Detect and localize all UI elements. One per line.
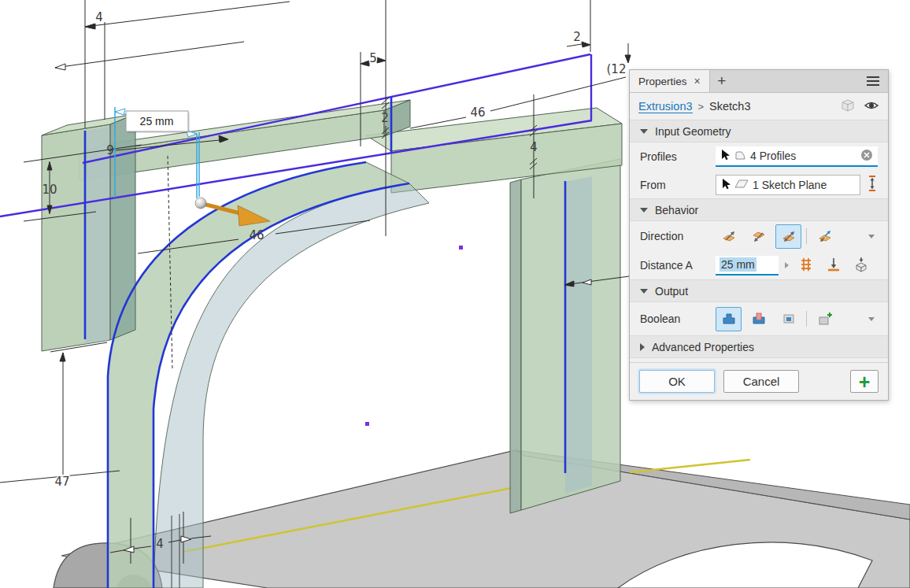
sketch-points[interactable] <box>365 246 463 426</box>
properties-panel: Properties × + Extrusion3 > Sketch3 Inpu… <box>629 69 889 401</box>
dimension-label: 4 <box>156 537 164 551</box>
section-label: Advanced Properties <box>652 341 754 353</box>
close-icon[interactable]: × <box>694 76 701 87</box>
section-label: Output <box>655 285 688 298</box>
tab-properties-label: Properties <box>638 76 687 87</box>
from-label: From <box>640 179 716 191</box>
direction-asymmetric-icon[interactable] <box>812 224 838 249</box>
tab-properties[interactable]: Properties × <box>630 70 710 92</box>
menu-icon[interactable] <box>858 70 888 92</box>
dimension-label: 46 <box>470 105 485 120</box>
distance-a-value: 25 mm <box>719 257 756 272</box>
profile-icon <box>734 149 746 163</box>
direction-default-icon[interactable] <box>716 224 742 249</box>
boolean-label: Boolean <box>640 312 716 325</box>
section-label: Behavior <box>655 204 698 216</box>
row-profiles: Profiles 4 Profiles <box>630 142 888 171</box>
profiles-field[interactable]: 4 Profiles <box>716 146 878 167</box>
dimension-label: 9 <box>106 143 114 157</box>
dimension-label: 46 <box>249 228 264 242</box>
dimension-label: 2 <box>381 111 389 125</box>
manipulator-sphere-icon[interactable] <box>195 198 206 209</box>
profiles-value: 4 Profiles <box>750 150 796 162</box>
section-behavior[interactable]: Behavior <box>630 198 888 221</box>
chevron-down-icon <box>640 208 648 213</box>
dropdown-caret-icon[interactable] <box>868 235 875 239</box>
boolean-join-icon[interactable] <box>716 307 742 331</box>
row-distance-a: Distance A 25 mm <box>630 251 888 279</box>
distance-tooltip: 25 mm <box>126 111 190 133</box>
distance-a-input[interactable]: 25 mm <box>716 256 779 276</box>
profiles-label: Profiles <box>640 150 716 163</box>
cancel-button[interactable]: Cancel <box>723 370 799 393</box>
dimension-label: 4 <box>95 10 103 24</box>
dimension-label: 47 <box>54 475 69 489</box>
to-body-icon[interactable] <box>853 257 869 275</box>
eye-icon[interactable] <box>864 100 879 113</box>
ok-button[interactable]: OK <box>639 370 715 393</box>
chevron-right-icon: > <box>698 101 705 113</box>
breadcrumb-sketch[interactable]: Sketch3 <box>709 100 750 113</box>
solid-body-icon[interactable] <box>841 98 855 114</box>
sketch-plane-icon <box>734 179 749 191</box>
breadcrumb: Extrusion3 > Sketch3 <box>630 93 888 120</box>
direction-flipped-icon[interactable] <box>745 224 771 249</box>
flip-direction-icon[interactable] <box>867 176 878 194</box>
to-face-icon[interactable] <box>826 257 842 275</box>
cursor-icon <box>721 178 731 192</box>
boolean-intersect-icon[interactable] <box>775 307 801 331</box>
dimension-label: 10 <box>42 183 57 197</box>
panel-footer: OK Cancel + <box>630 362 888 400</box>
direction-symmetric-icon[interactable] <box>775 224 801 249</box>
boolean-new-solid-icon[interactable] <box>812 307 838 331</box>
dimension-label: 5 <box>369 51 377 65</box>
dimension-label: 4 <box>530 140 538 154</box>
panel-tab-bar: Properties × + <box>630 70 888 93</box>
distance-a-label: Distance A <box>640 259 716 272</box>
from-field[interactable]: 1 Sketch Plane <box>716 175 860 195</box>
row-boolean: Boolean <box>630 302 888 335</box>
cursor-icon <box>720 149 730 163</box>
row-from: From 1 Sketch Plane <box>630 171 888 198</box>
section-label: Input Geometry <box>655 125 731 138</box>
add-tab-icon[interactable]: + <box>710 70 734 92</box>
chevron-down-icon <box>640 289 648 294</box>
section-input-geometry[interactable]: Input Geometry <box>630 120 888 142</box>
chevron-down-icon <box>640 129 648 134</box>
dropdown-caret-icon[interactable] <box>868 317 875 321</box>
chevron-right-icon <box>640 343 645 351</box>
direction-label: Direction <box>640 230 716 242</box>
from-value: 1 Sketch Plane <box>753 179 827 191</box>
through-all-icon[interactable] <box>798 257 814 275</box>
dimension-label: 2 <box>573 30 581 44</box>
breadcrumb-feature[interactable]: Extrusion3 <box>638 100 693 113</box>
clear-icon[interactable] <box>860 149 873 164</box>
dimension-label: (12 <box>607 62 627 76</box>
add-feature-button[interactable]: + <box>850 370 879 393</box>
distance-tooltip-value: 25 mm <box>140 115 174 128</box>
section-advanced-properties[interactable]: Advanced Properties <box>630 335 888 358</box>
row-direction: Direction <box>630 221 888 251</box>
expander-icon[interactable] <box>785 262 789 268</box>
section-output[interactable]: Output <box>630 279 888 302</box>
boolean-cut-icon[interactable] <box>745 307 771 331</box>
